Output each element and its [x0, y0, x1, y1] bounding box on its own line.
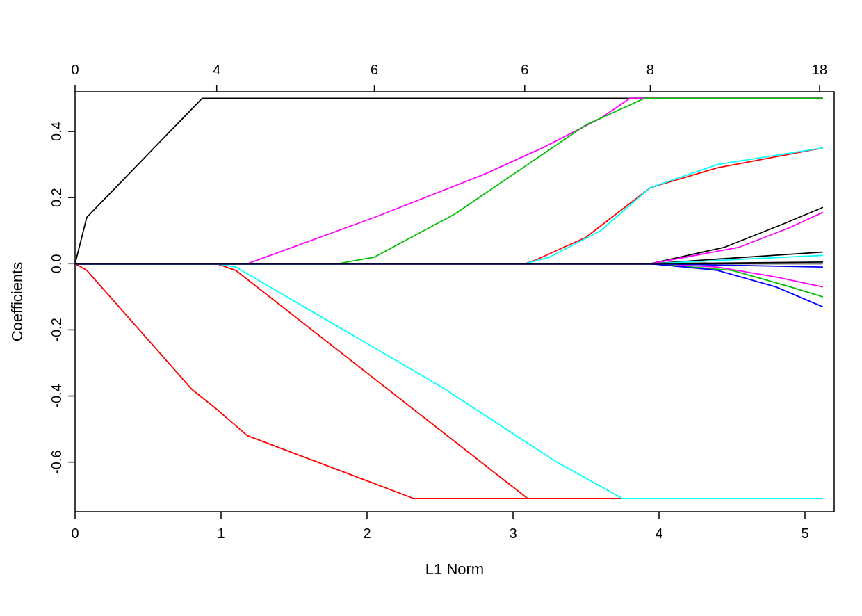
top-tick-label: 6 — [371, 62, 378, 77]
series-line12 — [75, 264, 822, 286]
x-tick-label: 4 — [655, 526, 662, 541]
series-line1 — [75, 99, 822, 264]
plot-border — [75, 92, 834, 512]
top-tick-label: 18 — [812, 62, 827, 77]
top-tick-label: 0 — [71, 62, 79, 77]
x-tick-label: 2 — [363, 526, 371, 541]
series-line10 — [75, 99, 822, 264]
y-tick-label: 0.0 — [49, 254, 64, 273]
coefficient-path-chart: 012345-0.6-0.4-0.20.00.20.40466818L1 Nor… — [0, 0, 862, 616]
series-group — [75, 99, 822, 499]
x-tick-label: 1 — [217, 526, 225, 541]
series-line13 — [75, 99, 822, 264]
x-tick-label: 5 — [801, 526, 808, 541]
y-tick-label: 0.4 — [49, 122, 64, 141]
series-line2 — [75, 207, 822, 264]
series-line7 — [75, 264, 822, 499]
series-line4 — [75, 264, 822, 499]
series-line11 — [75, 213, 822, 264]
y-tick-label: -0.4 — [49, 384, 64, 407]
top-tick-label: 6 — [521, 62, 528, 77]
series-line14 — [75, 264, 822, 297]
y-tick-label: -0.2 — [49, 318, 64, 341]
y-tick-label: -0.6 — [49, 450, 64, 473]
x-axis-label: L1 Norm — [425, 560, 484, 578]
series-line6 — [75, 148, 822, 264]
x-tick-label: 0 — [71, 526, 79, 541]
series-line5 — [75, 264, 822, 499]
y-tick-label: 0.2 — [49, 188, 64, 207]
series-line3 — [75, 252, 822, 264]
series-line8 — [75, 148, 822, 264]
top-tick-label: 8 — [646, 62, 654, 77]
series-line15 — [75, 264, 822, 307]
top-tick-label: 4 — [213, 62, 220, 77]
chart-svg: 012345-0.6-0.4-0.20.00.20.40466818L1 Nor… — [0, 0, 862, 616]
y-axis-label: Coefficients — [8, 262, 26, 342]
x-tick-label: 3 — [509, 526, 517, 541]
